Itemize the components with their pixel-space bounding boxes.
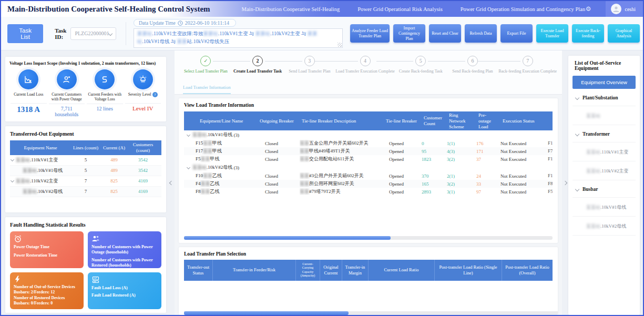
execute-back-feeding-button[interactable]: Execute Back-feeding	[572, 24, 604, 43]
import-contingency-plan-button[interactable]: Import Contingency Plan	[393, 24, 425, 43]
view-table-title: View Load Transfer Information	[184, 103, 553, 108]
task-id-label: Task ID:	[55, 27, 66, 40]
table-row[interactable]: 某某站.110kV#1主变 5 489 3542	[10, 155, 161, 166]
table-header: Equipment Name Lines (count) Current (A)…	[10, 140, 161, 155]
tree-group-substation[interactable]: Plant/Substation	[573, 89, 636, 106]
col-original-current: Original Current	[320, 260, 342, 281]
alarm-clock-icon	[14, 235, 22, 243]
group-row-busbar2[interactable]: 某某站 .10kV#2母线 (3)	[184, 163, 553, 172]
user-chip[interactable]: ceshi	[606, 1, 643, 17]
stat-line: Number of Customers with Power Restored …	[91, 258, 158, 268]
tree-group-transformer[interactable]: Transformer	[573, 125, 636, 142]
reset-and-clear-button[interactable]: Reset and Clear	[429, 24, 461, 43]
main-panel: Select Load Transfer Plan 2 Create Load …	[175, 50, 562, 315]
nav-self-healing[interactable]: Main-Distribution Cooperative Self-Heali…	[242, 6, 340, 12]
table-row[interactable]: 某某站.10kV#1母线 5 489 3542	[10, 166, 161, 176]
col-ring-scheme: Ring Network Scheme	[447, 111, 476, 130]
col-lines-count: Lines (count)	[71, 144, 100, 151]
resize-handle-icon[interactable]	[338, 43, 342, 47]
tree-item-transformer-1[interactable]: 某某站.110kV#1主变	[573, 142, 636, 161]
group-label: Plant/Substation	[582, 95, 618, 100]
expand-icon[interactable]	[11, 179, 14, 182]
fault-text: .110kV#2主变 与	[270, 31, 308, 36]
tree-item-busbar-2[interactable]: 某某站.10kV#2母线	[573, 217, 636, 236]
tree-item-transformer-2[interactable]: 某某站.110kV#2主变	[573, 161, 636, 180]
nav-risk-analysis[interactable]: Power Grid Operational Risk Analysis	[357, 6, 443, 12]
group-label: Busbar	[582, 187, 598, 192]
equipment-name: .110kV#1主变	[30, 157, 58, 162]
cell-customers: 370	[422, 174, 447, 179]
task-id-select[interactable]: PLZG22000001	[70, 27, 116, 40]
step-backfeeding-complete[interactable]: 7 Back-feeding Execution Complete	[498, 56, 557, 74]
collapse-icon[interactable]	[187, 166, 190, 169]
table-row[interactable]: F15某某甲线 Closed 某某五金公用户外开关箱602开关 Opened 0…	[184, 139, 553, 147]
fault-text: .110kV#1主变 与	[218, 31, 255, 36]
cell-outgoing: Closed	[258, 174, 300, 179]
fault-description-input[interactable]: 某某站.110kV#1主变故障:导致某某站.110kV#1主变 与 某某站.11…	[134, 28, 343, 48]
execute-load-transfer-button[interactable]: Execute Load Transfer	[536, 24, 568, 43]
gear-icon[interactable]: ⚙	[586, 5, 591, 13]
step-execution-complete[interactable]: 4 Load Transfer Execution Complete	[335, 56, 395, 74]
cell-tie: Opened	[384, 141, 422, 146]
redacted-station: 某某站	[255, 31, 271, 36]
equipment-overview-button[interactable]: Equipment Overview	[573, 76, 636, 89]
table-row[interactable]: 某某站.10kV#2母线 7 825 4169	[10, 187, 161, 197]
step-number: 6	[467, 56, 478, 66]
collapse-right-panel-button[interactable]	[562, 50, 568, 315]
task-list-button[interactable]: Task List	[7, 24, 43, 43]
cell-current: 489	[100, 157, 128, 162]
stat-value: Level IV	[125, 105, 161, 111]
table-row[interactable]: 某某站.110kV#2主变 7 825 4169	[10, 176, 161, 187]
collapse-icon[interactable]	[187, 133, 190, 137]
col-post-ratio-overall: Post-transfer Load Ratio (Overall)	[502, 260, 553, 281]
refresh-data-button[interactable]: Refresh Data	[465, 24, 497, 43]
cell-customers: 4169	[128, 189, 158, 194]
table-row[interactable]: F10某某乙线 Closed 某某#3公用户外开关箱602开关 Opened 3…	[184, 172, 553, 180]
cell-tie: Opened	[384, 157, 422, 162]
cell-line-name: F15某某甲线	[184, 140, 258, 147]
step-label: Load Transfer Execution Complete	[335, 69, 395, 74]
tree-item-busbar-1[interactable]: 某某站.10kV#1母线	[573, 198, 636, 217]
cell-line-name: F10某某乙线	[184, 172, 258, 179]
group-row-busbar1[interactable]: 某某站 .10kV#1母线 (3)	[184, 130, 553, 139]
graphical-analysis-button[interactable]: Graphical Analysis	[608, 24, 640, 43]
step-send-backfeeding[interactable]: 6 Send Back-feeding Plan	[447, 56, 499, 74]
collapse-left-panel-button[interactable]	[168, 50, 175, 315]
tree-group-busbar[interactable]: Busbar	[573, 180, 636, 198]
cell-customers: 165	[422, 181, 447, 187]
cell-ring: 3(2)	[447, 181, 476, 187]
analyze-feeder-plan-button[interactable]: Analyze Feeder Load Transfer Plan	[350, 24, 390, 43]
step-select-plan[interactable]: Select Load Transfer Plan	[180, 56, 232, 74]
fault-stats-grid: Power Outage Time Power Restoration Time…	[10, 231, 161, 309]
step-send-plan[interactable]: 3 Send Load Transfer Plan	[283, 56, 335, 74]
table-row[interactable]: F4某某乙线 Closed 某某所公用环网室602开关 Opened 165 3…	[184, 180, 553, 188]
step-create-backfeeding[interactable]: 5 Create Back-feeding Task	[395, 56, 447, 74]
equipment-name: .10kV#2母线	[37, 189, 63, 194]
export-file-button[interactable]: Export File	[500, 24, 533, 43]
chevron-right-icon	[563, 180, 567, 185]
table-header: Equipment/Line Name Outgoing Breaker Tie…	[184, 111, 553, 130]
table-row[interactable]: F17某某甲线 Closed 某某甲线#49塔49T1开关 Opened 95 …	[184, 147, 553, 155]
scrollbar-thumb[interactable]	[184, 236, 391, 240]
stat-line: Busbars: 0/Feeders: 0	[14, 301, 80, 306]
fault-stats-card: Fault Handling Statistical Results Power…	[5, 217, 166, 313]
table-row[interactable]: F8某某乙线 Closed 某某#79塔79T2开关 Opened 2893 3…	[184, 188, 553, 196]
horizontal-scrollbar[interactable]	[184, 236, 553, 240]
transferred-out-title: Transferred-Out Equipment	[10, 131, 161, 137]
table-row[interactable]: F5某某甲线 Closed 某某交公用配电站611开关 Opened 1823 …	[184, 155, 553, 163]
tab-load-transfer-information[interactable]: Load Transfer Information	[183, 85, 231, 94]
scrollbar-thumb[interactable]	[184, 311, 349, 315]
cell-tie: Opened	[384, 189, 422, 195]
step-create-task[interactable]: 2 Create Load Transfer Task	[232, 56, 284, 74]
tree-item-substation[interactable]: 某某站	[573, 106, 636, 125]
impact-scope-title: Voltage Loss Impact Scope (Involving 1 s…	[9, 61, 162, 66]
horizontal-scrollbar[interactable]	[184, 311, 558, 315]
cell-extra: F5和春	[548, 188, 553, 195]
help-icon[interactable]: ?	[152, 92, 158, 97]
customers-icon	[57, 69, 77, 89]
customers-card: Number of Customers with Power Outage (h…	[88, 231, 161, 268]
transferred-out-table: Equipment Name Lines (count) Current (A)…	[10, 140, 161, 197]
nav-simulation-contingency[interactable]: Power Grid Operation Simulation and Cont…	[461, 6, 585, 12]
stat-line: Power Outage Time	[14, 244, 80, 250]
expand-icon[interactable]	[11, 158, 14, 161]
